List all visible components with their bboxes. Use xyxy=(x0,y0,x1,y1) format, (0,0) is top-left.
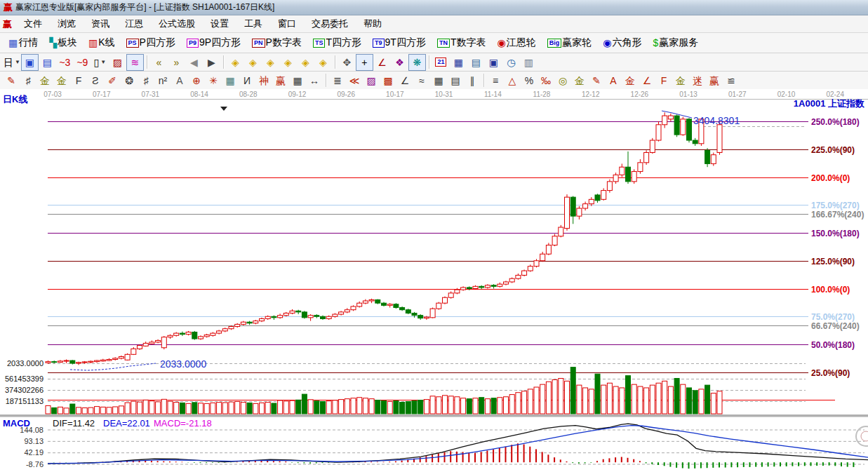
marker-pen-tool[interactable]: ✐ xyxy=(104,72,121,88)
star-point-tool[interactable]: ✳ xyxy=(205,72,222,88)
winner-line-tool[interactable]: 赢 xyxy=(706,72,723,88)
gold-circle-tool[interactable]: ◎ xyxy=(554,72,571,88)
gold-ratio-tool[interactable]: 金 xyxy=(36,72,53,88)
chart-area[interactable]: 07-0307-1707-3108-1408-2809-1209-2610-17… xyxy=(0,89,868,472)
smart-analysis-button[interactable]: ❋ xyxy=(408,54,426,71)
pole-line-tool[interactable]: ≣ xyxy=(329,72,346,88)
hexagon-button[interactable]: ◉六角形 xyxy=(597,34,647,51)
percent-fan-tool[interactable]: △ xyxy=(504,72,521,88)
info-list-button[interactable]: ▤ xyxy=(39,54,56,71)
9p-square-button[interactable]: P99P四方形 xyxy=(181,34,246,51)
gold-channel-tool[interactable]: 金 xyxy=(672,72,689,88)
menu-item-9[interactable]: 帮助 xyxy=(356,16,389,32)
gann-circle-tool[interactable]: ❂ xyxy=(121,72,138,88)
candle-style-button-dropdown-icon[interactable]: ▼ xyxy=(100,59,106,65)
angle-line-tool[interactable]: ∠ xyxy=(396,72,413,88)
gold-line-tool[interactable]: 金 xyxy=(622,72,639,88)
number-grid-tool[interactable]: ▦ xyxy=(289,72,306,88)
region-select-button[interactable]: ❖ xyxy=(391,54,408,71)
world-time-button[interactable]: ◷ xyxy=(502,54,520,71)
gann-wheel-button[interactable]: ◉江恩轮 xyxy=(491,34,541,51)
print-button[interactable]: ▥ xyxy=(520,54,538,71)
angle-measure-button[interactable]: ∠ xyxy=(373,54,391,71)
star-box-tool[interactable]: ▦ xyxy=(222,72,239,88)
first-page-button[interactable]: « xyxy=(150,54,168,71)
menu-item-2[interactable]: 资讯 xyxy=(84,16,117,32)
last-page-button[interactable]: » xyxy=(168,54,185,71)
grid-100-tool[interactable]: ▤ xyxy=(447,72,464,88)
chart-window-button[interactable]: ▣ xyxy=(21,54,39,71)
n-square-tool[interactable]: n² xyxy=(154,72,171,88)
box-fan-2-tool[interactable]: ▩ xyxy=(380,72,396,88)
period-day-button[interactable]: 日▼ xyxy=(3,54,21,71)
god-number-tool[interactable]: 神 xyxy=(255,72,272,88)
zoom-all-button[interactable]: ◈ xyxy=(314,54,332,71)
menu-item-7[interactable]: 窗口 xyxy=(270,16,304,32)
grid-50-tool[interactable]: ▦ xyxy=(430,72,447,88)
quotes-button[interactable]: ▦行情 xyxy=(3,34,44,51)
spiral-tool[interactable]: Ƨ xyxy=(87,72,104,88)
menu-item-8[interactable]: 交易委托 xyxy=(304,16,356,32)
winner-number-tool[interactable]: 赢 xyxy=(272,72,289,88)
brush-tool[interactable]: ✎ xyxy=(588,72,605,88)
prev-page-button[interactable]: ◀ xyxy=(185,54,203,71)
menu-item-3[interactable]: 江恩 xyxy=(117,16,151,32)
text-label-tool[interactable]: A xyxy=(171,72,188,88)
kline-button[interactable]: ▥K线 xyxy=(83,34,121,51)
p-number-table-button[interactable]: PNP数字表 xyxy=(246,34,307,51)
title-bar[interactable]: 赢 赢家江恩专业版[赢家内部服务平台] - [上证指数 SH1A0001-167… xyxy=(0,0,868,15)
kline-chart-svg[interactable]: 07-0307-1707-3108-1408-2809-1209-2610-17… xyxy=(0,89,868,472)
percent-tool[interactable]: % xyxy=(521,72,538,88)
menu-item-0[interactable]: 文件 xyxy=(16,16,50,32)
winner-wheel-button[interactable]: Big赢家轮 xyxy=(542,34,598,51)
menu-item-5[interactable]: 设置 xyxy=(203,16,236,32)
fan-lines-tool[interactable]: ≪ xyxy=(346,72,363,88)
circle-cross-tool[interactable]: ⊕ xyxy=(188,72,205,88)
wave-9-button[interactable]: ~9 xyxy=(74,54,91,71)
parallel-lines-tool[interactable]: ∥ xyxy=(464,72,481,88)
menu-item-6[interactable]: 工具 xyxy=(236,16,270,32)
wave-3-button[interactable]: ~3 xyxy=(56,54,74,71)
gold-level-tool[interactable]: 金 xyxy=(571,72,588,88)
candle-style-button[interactable]: ▯▼ xyxy=(91,54,109,71)
speed-fan-tool[interactable]: 迷 xyxy=(689,72,706,88)
volume-distribution-button[interactable]: ≋ xyxy=(126,54,144,71)
notes-button[interactable]: ▤ xyxy=(467,54,485,71)
zoom-right-button[interactable]: ◈ xyxy=(244,54,262,71)
next-page-button[interactable]: ▶ xyxy=(203,54,220,71)
winner-service-button[interactable]: $赢家服务 xyxy=(647,34,704,51)
pattern-frame-button[interactable]: ▨ xyxy=(109,54,126,71)
t-square-button[interactable]: TST四方形 xyxy=(307,34,367,51)
gold-ratio-ext-tool[interactable]: 金 xyxy=(53,72,70,88)
wave-count-tool[interactable]: И xyxy=(239,72,255,88)
zoom-out-button[interactable]: ◈ xyxy=(279,54,297,71)
sectors-button[interactable]: ▚板块 xyxy=(44,34,83,51)
price-scale-tool[interactable]: ≡ xyxy=(487,72,504,88)
9t-square-button[interactable]: T99T四方形 xyxy=(367,34,432,51)
range-measure-tool[interactable]: ↔ xyxy=(306,72,323,88)
percent-level-tool[interactable]: ‰ xyxy=(538,72,554,88)
crosshair-button[interactable]: + xyxy=(356,54,373,71)
period-day-button-dropdown-icon[interactable]: ▼ xyxy=(15,59,20,65)
wave-line-tool[interactable]: ≈ xyxy=(413,72,430,88)
l-angle-tool[interactable]: ∠ xyxy=(639,72,655,88)
zoom-in-button[interactable]: ◈ xyxy=(297,54,314,71)
menu-item-1[interactable]: 浏览 xyxy=(50,16,84,32)
p-square-button[interactable]: PSP四方形 xyxy=(121,34,181,51)
fibo-f-tool[interactable]: F xyxy=(70,72,87,88)
gann-time-grid-tool[interactable]: ♯ xyxy=(20,72,36,88)
f-level-tool[interactable]: F xyxy=(655,72,672,88)
arc-lines-tool[interactable]: ≌ xyxy=(723,72,740,88)
pan-hand-button[interactable]: ✥ xyxy=(338,54,356,71)
calculator-button[interactable]: ▦ xyxy=(450,54,467,71)
menu-item-4[interactable]: 公式选股 xyxy=(151,16,203,32)
time-cycle-tool[interactable]: ♯ xyxy=(138,72,154,88)
zoom-left-button[interactable]: ◈ xyxy=(227,54,244,71)
calendar-button[interactable]: 21 xyxy=(432,54,450,71)
save-button[interactable]: ▣ xyxy=(485,54,502,71)
box-fan-tool[interactable]: ▨ xyxy=(363,72,380,88)
a-percent-tool[interactable]: A xyxy=(605,72,622,88)
zoom-horizontal-button[interactable]: ◈ xyxy=(262,54,279,71)
pen-tool[interactable]: ✎ xyxy=(3,72,20,88)
t-number-table-button[interactable]: TNT数字表 xyxy=(432,34,492,51)
